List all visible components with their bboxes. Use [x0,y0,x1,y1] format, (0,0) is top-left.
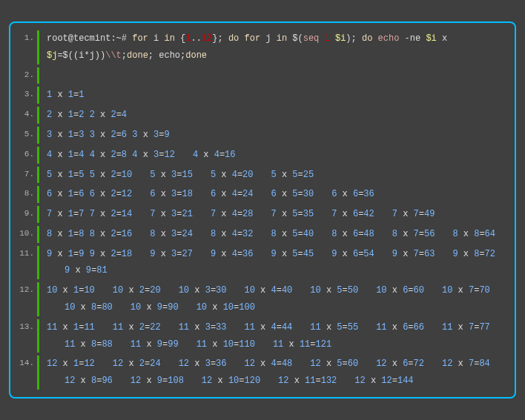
mult-row-n: 8 [90,229,95,239]
mult-product: 20 [242,170,253,180]
mult-product: 110 [239,339,255,350]
mult-product: 35 [303,209,314,219]
mult-product: 1 [79,90,84,100]
code-content: 2 x 1=2 2 x 2=4 [37,107,507,124]
keyword-in: in [277,33,287,44]
equals-sign: = [392,376,397,386]
keyword-done: done [127,50,148,61]
mult-product: 27 [182,249,192,259]
mult-product: 49 [424,209,435,219]
range-braces: {1..12} [180,33,217,44]
mult-col-j: 4 [214,150,219,160]
mult-col-j: 9 [157,376,162,386]
mult-product: 96 [102,376,112,386]
x-operator: x [123,322,139,333]
mult-row-n: 12 [442,359,452,369]
mult-row-n: 10 [442,285,452,296]
mult-row-n: 7 [211,209,216,219]
x-operator: x [52,229,68,239]
mult-col-j: 3 [205,359,211,369]
echo-call: echo [378,33,400,44]
mult-product: 70 [479,285,489,296]
mult-col-j: 5 [292,170,297,180]
mult-product: 18 [122,249,132,259]
x-operator: x [337,189,353,199]
mult-col-j: 1 [68,170,73,180]
mult-col-j: 10 [223,302,234,313]
equals-sign: = [116,170,122,180]
equals-sign: = [277,285,282,296]
equals-sign: = [298,209,303,219]
mult-row-n: 11 [113,322,123,333]
mult-col-j: 4 [271,285,277,296]
mult-col-j: 2 [110,189,116,199]
mult-row-n: 10 [65,302,75,313]
x-operator: x [277,189,293,199]
mult-row-n: 9 [392,249,397,259]
mult-row-n: 11 [442,322,452,333]
mult-col-j: 5 [337,285,342,296]
equals-sign: = [419,229,424,239]
x-operator: x [277,249,293,259]
x-operator: x [57,285,73,296]
x-operator: x [123,359,139,369]
x-operator: x [141,339,157,350]
x-operator: x [387,322,403,333]
mult-col-j: 11 [300,339,310,350]
x-operator: x [52,150,68,160]
equals-sign: = [408,285,413,296]
mult-row-n: 10 [197,302,207,313]
x-operator: x [75,339,91,350]
equals-sign: = [277,359,282,369]
code-content: 12 x 1=1212 x 2=2412 x 3=3612 x 4=4812 x… [37,356,507,390]
code-content: 3 x 1=3 3 x 2=6 3 x 3=9 [37,127,507,144]
line-number: 4. [10,107,37,119]
line-number: 14. [10,356,37,367]
mult-row-n: 12 [376,359,386,369]
mult-col-j: 1 [68,209,73,219]
mult-product: 108 [168,376,184,386]
mult-row-n: 5 [90,170,95,180]
x-operator: x [95,229,111,239]
mult-product: 77 [479,322,489,333]
mult-row-n: 12 [244,359,254,369]
x-operator: x [216,170,232,180]
mult-col-j: 2 [110,150,116,160]
x-operator: x [452,359,469,369]
mult-col-j: 4 [271,322,277,333]
mult-row-n: 10 [47,285,57,296]
x-operator: x [75,302,91,313]
x-operator: x [289,376,306,386]
code-content: 10 x 1=1010 x 2=2010 x 3=3010 x 4=4010 x… [37,282,507,316]
mult-col-j: 10 [223,339,234,350]
x-operator: x [52,209,68,219]
equals-sign: = [479,229,484,239]
mult-product: 24 [182,229,192,239]
mult-product: 48 [282,359,292,369]
line-number: 9. [10,206,37,218]
code-line: 1. root@tecmint:~# for i in {1..12}; do … [10,29,507,66]
mult-col-j: 7 [414,209,419,219]
mult-product: 54 [363,249,374,259]
x-operator: x [137,130,153,140]
x-operator: x [321,322,337,333]
mult-col-j: 2 [110,130,116,140]
mult-product: 42 [363,209,374,219]
mult-product: 88 [102,339,112,350]
x-operator: x [52,130,68,140]
mult-col-j: 2 [139,322,145,333]
x-operator: x [283,339,300,350]
mult-product: 12 [84,359,94,369]
code-line: 11.9 x 1=9 9 x 2=189 x 3=279 x 4=369 x 5… [10,244,507,281]
mult-product: 44 [282,322,292,333]
line-number: 6. [10,147,37,159]
x-operator: x [52,189,68,199]
line-number: 10. [10,226,37,238]
mult-row-n: 10 [310,285,320,296]
x-operator: x [155,209,171,219]
x-operator: x [207,339,223,350]
term-gap [84,130,89,140]
x-operator: x [75,376,91,386]
equals-sign: = [298,189,303,199]
mult-col-j: 5 [292,229,297,239]
